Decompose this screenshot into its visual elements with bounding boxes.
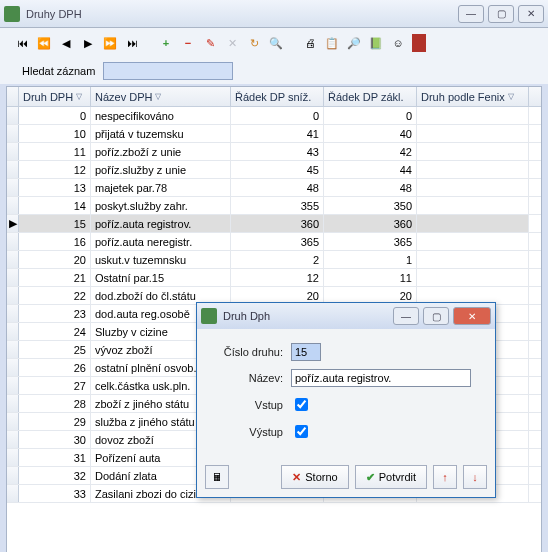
vystup-label: Výstup xyxy=(213,426,283,438)
cell-fenix xyxy=(417,251,529,268)
storno-button[interactable]: ✕Storno xyxy=(281,465,348,489)
col-fenix[interactable]: Druh podle Fenix▽ xyxy=(417,87,529,106)
grid-header: Druh DPH▽ Název DPH▽ Řádek DP sníž. Řáde… xyxy=(7,87,541,107)
cell-zakl: 44 xyxy=(324,161,417,178)
cell-druh: 29 xyxy=(19,413,91,430)
down-button[interactable]: ↓ xyxy=(463,465,487,489)
cell-nazev: poříz.služby z unie xyxy=(91,161,231,178)
cell-druh: 10 xyxy=(19,125,91,142)
nazev-input[interactable] xyxy=(291,369,471,387)
cell-zakl: 365 xyxy=(324,233,417,250)
table-row[interactable]: 12poříz.služby z unie4544 xyxy=(7,161,541,179)
discard-icon[interactable]: ✕ xyxy=(224,35,240,51)
cell-druh: 20 xyxy=(19,251,91,268)
cell-druh: 32 xyxy=(19,467,91,484)
cell-fenix xyxy=(417,107,529,124)
search-bar: Hledat záznam xyxy=(0,58,548,84)
cell-nazev: přijatá v tuzemsku xyxy=(91,125,231,142)
help-icon[interactable]: ☺ xyxy=(390,35,406,51)
cell-fenix xyxy=(417,233,529,250)
cell-druh: 26 xyxy=(19,359,91,376)
nav-next-icon[interactable]: ▶ xyxy=(80,35,96,51)
table-row[interactable]: ▶15poříz.auta registrov.360360 xyxy=(7,215,541,233)
cell-nazev: majetek par.78 xyxy=(91,179,231,196)
cell-druh: 12 xyxy=(19,161,91,178)
nav-next-page-icon[interactable]: ⏩ xyxy=(102,35,118,51)
dialog-icon xyxy=(201,308,217,324)
refresh-icon[interactable]: ↻ xyxy=(246,35,262,51)
table-row[interactable]: 21Ostatní par.151211 xyxy=(7,269,541,287)
calculator-icon[interactable]: 🖩 xyxy=(205,465,229,489)
col-nazev[interactable]: Název DPH▽ xyxy=(91,87,231,106)
table-row[interactable]: 11poříz.zboží z unie4342 xyxy=(7,143,541,161)
search-label: Hledat záznam xyxy=(22,65,95,77)
cell-fenix xyxy=(417,143,529,160)
add-icon[interactable]: + xyxy=(158,35,174,51)
cell-druh: 22 xyxy=(19,287,91,304)
cell-sniz: 45 xyxy=(231,161,324,178)
minimize-button[interactable]: — xyxy=(458,5,484,23)
nav-prev-icon[interactable]: ◀ xyxy=(58,35,74,51)
cell-sniz: 355 xyxy=(231,197,324,214)
binoculars-icon[interactable]: 🔍 xyxy=(268,35,284,51)
cell-druh: 13 xyxy=(19,179,91,196)
book-icon[interactable]: 📗 xyxy=(368,35,384,51)
cell-nazev: poříz.auta neregistr. xyxy=(91,233,231,250)
cell-druh: 21 xyxy=(19,269,91,286)
cell-druh: 31 xyxy=(19,449,91,466)
dialog-maximize-button[interactable]: ▢ xyxy=(423,307,449,325)
zoom-icon[interactable]: 🔎 xyxy=(346,35,362,51)
table-row[interactable]: 0nespecifikováno00 xyxy=(7,107,541,125)
col-sniz[interactable]: Řádek DP sníž. xyxy=(231,87,324,106)
cell-sniz: 360 xyxy=(231,215,324,232)
toolbar: ⏮ ⏪ ◀ ▶ ⏩ ⏭ + − ✎ ✕ ↻ 🔍 🖨 📋 🔎 📗 ☺ xyxy=(0,28,548,58)
cell-druh: 25 xyxy=(19,341,91,358)
maximize-button[interactable]: ▢ xyxy=(488,5,514,23)
nav-first-icon[interactable]: ⏮ xyxy=(14,35,30,51)
cell-sniz: 48 xyxy=(231,179,324,196)
titlebar: Druhy DPH — ▢ ✕ xyxy=(0,0,548,28)
cell-nazev: poskyt.služby zahr. xyxy=(91,197,231,214)
cislo-label: Číslo druhu: xyxy=(213,346,283,358)
edit-icon[interactable]: ✎ xyxy=(202,35,218,51)
exit-icon[interactable] xyxy=(412,34,426,52)
table-row[interactable]: 10přijatá v tuzemsku4140 xyxy=(7,125,541,143)
vstup-checkbox[interactable] xyxy=(295,398,308,411)
col-zakl[interactable]: Řádek DP zákl. xyxy=(324,87,417,106)
dialog-close-button[interactable]: ✕ xyxy=(453,307,491,325)
cell-zakl: 1 xyxy=(324,251,417,268)
up-button[interactable]: ↑ xyxy=(433,465,457,489)
close-button[interactable]: ✕ xyxy=(518,5,544,23)
cislo-input[interactable] xyxy=(291,343,321,361)
cell-nazev: Ostatní par.15 xyxy=(91,269,231,286)
dialog-titlebar: Druh Dph — ▢ ✕ xyxy=(197,303,495,329)
cell-druh: 27 xyxy=(19,377,91,394)
edit-dialog: Druh Dph — ▢ ✕ Číslo druhu: Název: Vstup… xyxy=(196,302,496,498)
cell-druh: 15 xyxy=(19,215,91,232)
table-row[interactable]: 14poskyt.služby zahr.355350 xyxy=(7,197,541,215)
dialog-minimize-button[interactable]: — xyxy=(393,307,419,325)
table-row[interactable]: 16poříz.auta neregistr.365365 xyxy=(7,233,541,251)
remove-icon[interactable]: − xyxy=(180,35,196,51)
table-row[interactable]: 13majetek par.784848 xyxy=(7,179,541,197)
cell-zakl: 48 xyxy=(324,179,417,196)
table-row[interactable]: 20uskut.v tuzemnsku21 xyxy=(7,251,541,269)
cell-nazev: poříz.zboží z unie xyxy=(91,143,231,160)
cell-zakl: 350 xyxy=(324,197,417,214)
cell-sniz: 41 xyxy=(231,125,324,142)
nav-prev-page-icon[interactable]: ⏪ xyxy=(36,35,52,51)
potvrdit-button[interactable]: ✔Potvrdit xyxy=(355,465,427,489)
col-druh[interactable]: Druh DPH▽ xyxy=(19,87,91,106)
cell-druh: 28 xyxy=(19,395,91,412)
cell-druh: 23 xyxy=(19,305,91,322)
cell-zakl: 360 xyxy=(324,215,417,232)
export-icon[interactable]: 📋 xyxy=(324,35,340,51)
vystup-checkbox[interactable] xyxy=(295,425,308,438)
print-icon[interactable]: 🖨 xyxy=(302,35,318,51)
cell-druh: 11 xyxy=(19,143,91,160)
search-input[interactable] xyxy=(103,62,233,80)
nav-last-icon[interactable]: ⏭ xyxy=(124,35,140,51)
cell-fenix xyxy=(417,269,529,286)
cell-druh: 33 xyxy=(19,485,91,502)
cell-zakl: 0 xyxy=(324,107,417,124)
